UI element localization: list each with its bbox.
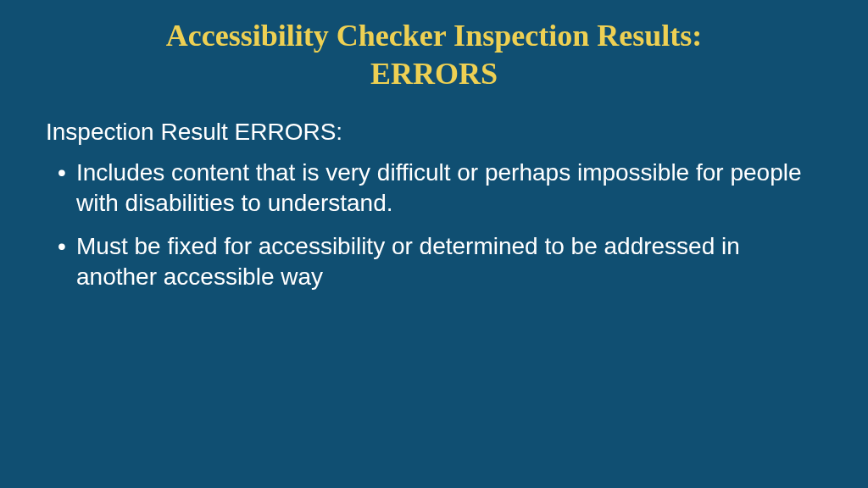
slide-title: Accessibility Checker Inspection Results… <box>42 17 826 93</box>
list-item: Includes content that is very difficult … <box>76 158 826 219</box>
title-line-1: Accessibility Checker Inspection Results… <box>166 19 702 53</box>
bullet-list: Includes content that is very difficult … <box>42 158 826 293</box>
slide-container: Accessibility Checker Inspection Results… <box>0 0 868 488</box>
list-item: Must be fixed for accessibility or deter… <box>76 231 826 293</box>
slide-subtitle: Inspection Result ERRORS: <box>46 119 826 146</box>
title-line-2: ERRORS <box>370 57 498 91</box>
